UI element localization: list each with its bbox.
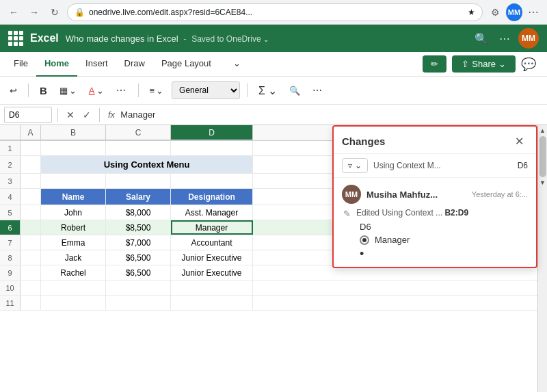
apps-icon[interactable] xyxy=(8,31,23,46)
col-header-a[interactable]: A xyxy=(21,125,41,140)
cell-d11[interactable] xyxy=(171,296,253,310)
change-user-info: Musiha Mahfuz... xyxy=(366,190,466,200)
confirm-formula-button[interactable]: ✓ xyxy=(80,108,94,122)
ribbon: File Home Insert Draw Page Layout ⌄ ✏ ⇧ … xyxy=(0,52,547,105)
col-header-c[interactable]: C xyxy=(106,125,171,140)
font-color-button[interactable]: A ⌄ xyxy=(85,83,108,98)
cell-d5[interactable]: Asst. Manager xyxy=(171,205,253,220)
tab-file[interactable]: File xyxy=(5,52,36,77)
format-select[interactable]: General xyxy=(172,81,240,99)
cell-a5[interactable] xyxy=(21,205,41,220)
app-name: Excel xyxy=(30,32,59,44)
tab-expand[interactable]: ⌄ xyxy=(225,52,249,77)
cell-a11[interactable] xyxy=(21,296,41,310)
cell-d8[interactable]: Junior Executive xyxy=(171,250,253,265)
cell-a7[interactable] xyxy=(21,235,41,250)
formula-input[interactable]: Manager xyxy=(120,109,543,120)
cell-c3[interactable] xyxy=(106,174,171,188)
menu-button[interactable]: ⋯ xyxy=(525,4,542,21)
reload-button[interactable]: ↻ xyxy=(46,4,63,21)
row-num-7: 7 xyxy=(0,235,21,250)
change-range: B2:D9 xyxy=(444,208,468,218)
share-button[interactable]: ⇧ Share ⌄ xyxy=(452,55,516,73)
tab-insert[interactable]: Insert xyxy=(77,52,116,77)
title-dropdown-icon[interactable]: ⌄ xyxy=(263,36,269,43)
cell-d4-header[interactable]: Designation xyxy=(171,189,253,205)
profile-button[interactable]: MM xyxy=(506,4,522,21)
cell-c6[interactable]: $8,500 xyxy=(106,220,171,235)
undo-button[interactable]: ↩ xyxy=(5,83,21,98)
cell-a10[interactable] xyxy=(21,280,41,295)
vertical-scrollbar[interactable]: ▲ ▼ xyxy=(537,125,547,392)
cell-a8[interactable] xyxy=(21,250,41,265)
row-num-4: 4 xyxy=(0,189,21,205)
formula-bar: D6 ✕ ✓ fx Manager xyxy=(0,105,547,125)
cell-b5[interactable]: John xyxy=(41,205,106,220)
cell-a1[interactable] xyxy=(21,141,41,155)
cell-d9[interactable]: Junior Executive xyxy=(171,265,253,280)
forward-button[interactable]: → xyxy=(26,4,42,21)
cell-a2[interactable] xyxy=(21,156,41,173)
cell-c1[interactable] xyxy=(106,141,171,155)
cell-d10[interactable] xyxy=(171,280,253,295)
cancel-formula-button[interactable]: ✕ xyxy=(64,108,77,122)
tab-draw[interactable]: Draw xyxy=(116,52,153,77)
back-button[interactable]: ← xyxy=(5,4,22,21)
cell-d1[interactable] xyxy=(171,141,253,155)
cell-d3[interactable] xyxy=(171,174,253,188)
table-row: 11 xyxy=(0,296,537,311)
cell-b2-title[interactable]: Using Context Menu xyxy=(41,156,253,173)
cell-d7[interactable]: Accountant xyxy=(171,235,253,250)
col-header-b[interactable]: B xyxy=(41,125,106,140)
cell-c9[interactable]: $6,500 xyxy=(106,265,171,280)
align-dropdown-icon: ⌄ xyxy=(156,86,163,96)
cell-c11[interactable] xyxy=(106,296,171,310)
cell-c5[interactable]: $8,000 xyxy=(106,205,171,220)
changes-close-button[interactable]: ✕ xyxy=(511,133,528,149)
edit-button[interactable]: ✏ xyxy=(423,55,446,73)
cell-a3[interactable] xyxy=(21,174,41,188)
tab-page-layout[interactable]: Page Layout xyxy=(153,52,219,77)
cell-b7[interactable]: Emma xyxy=(41,235,106,250)
highlight-color-button[interactable]: ▦ ⌄ xyxy=(55,83,81,98)
tab-home[interactable]: Home xyxy=(36,52,77,77)
cell-reference-box[interactable]: D6 xyxy=(4,107,52,123)
align-button[interactable]: ≡ ⌄ xyxy=(146,83,168,98)
scroll-thumb[interactable] xyxy=(539,136,546,177)
cell-c10[interactable] xyxy=(106,280,171,295)
more-toolbar-button[interactable]: ⋯ xyxy=(308,83,328,98)
cell-a4[interactable] xyxy=(21,189,41,205)
more-options-button[interactable]: ⋯ xyxy=(496,29,513,48)
comment-button[interactable]: 💬 xyxy=(516,54,542,75)
find-button[interactable]: 🔍 xyxy=(285,83,304,98)
cell-b1[interactable] xyxy=(41,141,106,155)
scroll-down-arrow[interactable]: ▼ xyxy=(539,179,547,187)
cell-b4-header[interactable]: Name xyxy=(41,189,106,205)
cell-b10[interactable] xyxy=(41,280,106,295)
filter-button[interactable]: ▿ ⌄ xyxy=(342,158,368,173)
cell-c7[interactable]: $7,000 xyxy=(106,235,171,250)
highlight-icon: ▦ xyxy=(59,86,68,96)
search-button[interactable]: 🔍 xyxy=(472,29,491,48)
cell-b6[interactable]: Robert xyxy=(41,220,106,235)
extensions-button[interactable]: ⚙ xyxy=(487,4,503,21)
cell-c8[interactable]: $6,500 xyxy=(106,250,171,265)
change-timestamp: Yesterday at 6:... xyxy=(472,190,528,198)
cell-b3[interactable] xyxy=(41,174,106,188)
cell-c4-header[interactable]: Salary xyxy=(106,189,171,205)
bold-button[interactable]: B xyxy=(36,83,51,99)
more-formatting-button[interactable]: ⋯ xyxy=(112,83,131,98)
scroll-up-arrow[interactable]: ▲ xyxy=(539,127,547,135)
excel-title: Who made changes in Excel - Saved to One… xyxy=(66,34,465,44)
cell-a9[interactable] xyxy=(21,265,41,280)
cell-d6[interactable]: Manager xyxy=(171,220,253,235)
autosum-button[interactable]: Σ ⌄ xyxy=(254,82,281,99)
cell-b8[interactable]: Jack xyxy=(41,250,106,265)
address-bar[interactable]: 🔒 onedrive.live.com/edit.aspx?resid=6CAE… xyxy=(67,3,483,21)
cell-a6[interactable] xyxy=(21,220,41,235)
cell-b11[interactable] xyxy=(41,296,106,310)
col-header-d[interactable]: D xyxy=(171,125,253,140)
cell-b9[interactable]: Rachel xyxy=(41,265,106,280)
change-value-row: Manager xyxy=(360,235,528,245)
user-avatar-excel[interactable]: MM xyxy=(518,28,539,49)
